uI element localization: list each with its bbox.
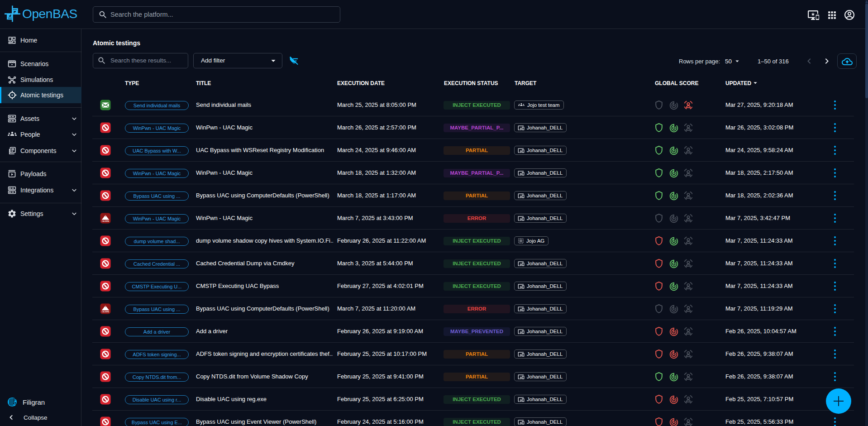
svg-text:CALDERA: CALDERA — [102, 220, 110, 222]
svg-text:CALDERA: CALDERA — [102, 311, 110, 313]
